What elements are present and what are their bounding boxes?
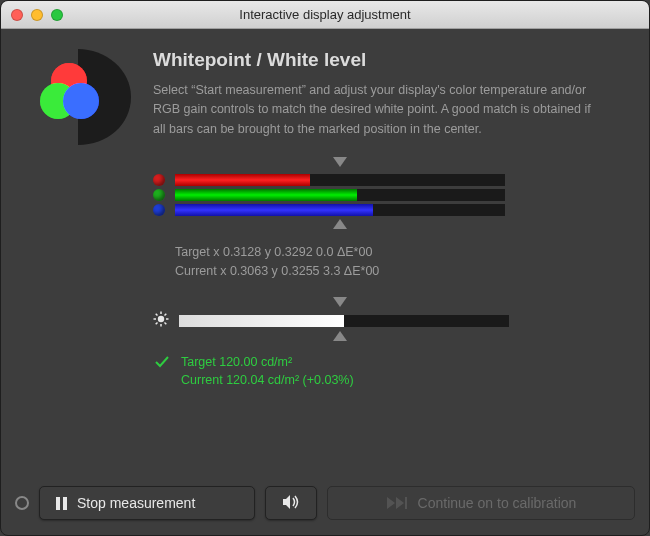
page-title: Whitepoint / White level (153, 49, 625, 71)
color-metrics: Target x 0.3128 y 0.3292 0.0 ΔE*00 Curre… (175, 243, 523, 281)
continue-button-label: Continue on to calibration (418, 495, 577, 511)
main-panel: Whitepoint / White level Select “Start m… (153, 49, 625, 479)
target-color-line: Target x 0.3128 y 0.3292 0.0 ΔE*00 (175, 243, 523, 262)
red-bar-row (153, 174, 523, 186)
green-bar (175, 189, 505, 201)
status-indicator-icon (15, 496, 29, 510)
brightness-marker-bottom (153, 331, 523, 345)
stop-button-label: Stop measurement (77, 495, 195, 511)
svg-point-7 (158, 315, 164, 321)
pause-icon (56, 497, 67, 510)
luminance-status: Target 120.00 cd/m² Current 120.04 cd/m²… (153, 353, 523, 391)
svg-point-6 (63, 83, 99, 119)
svg-line-14 (156, 322, 158, 324)
window-controls (1, 9, 63, 21)
titlebar: Interactive display adjustment (1, 1, 649, 29)
svg-rect-16 (405, 497, 407, 509)
blue-bar (175, 204, 505, 216)
description-text: Select “Start measurement” and adjust yo… (153, 81, 593, 139)
center-marker-top (153, 157, 523, 171)
sound-button[interactable] (265, 486, 317, 520)
svg-line-12 (156, 313, 158, 315)
maximize-window-button[interactable] (51, 9, 63, 21)
green-bar-row (153, 189, 523, 201)
rgb-logo-icon (25, 49, 135, 479)
center-marker-bottom (153, 219, 523, 233)
close-window-button[interactable] (11, 9, 23, 21)
blue-bar-row (153, 204, 523, 216)
target-luminance-line: Target 120.00 cd/m² (181, 353, 354, 372)
svg-line-15 (165, 313, 167, 315)
footer-bar: Stop measurement Continue on to calibrat… (1, 479, 649, 527)
content-area: Whitepoint / White level Select “Start m… (1, 29, 649, 479)
svg-line-13 (165, 322, 167, 324)
red-dot-icon (153, 174, 165, 186)
brightness-bar-row (153, 311, 523, 331)
brightness-icon (153, 311, 169, 331)
current-color-line: Current x 0.3063 y 0.3255 3.3 ΔE*00 (175, 262, 523, 281)
window-title: Interactive display adjustment (1, 7, 649, 22)
green-dot-icon (153, 189, 165, 201)
check-icon (153, 353, 171, 375)
brightness-bar (179, 315, 509, 327)
stop-measurement-button[interactable]: Stop measurement (39, 486, 255, 520)
red-bar (175, 174, 505, 186)
continue-calibration-button[interactable]: Continue on to calibration (327, 486, 635, 520)
blue-dot-icon (153, 204, 165, 216)
minimize-window-button[interactable] (31, 9, 43, 21)
rgb-bars-group: Target x 0.3128 y 0.3292 0.0 ΔE*00 Curre… (153, 157, 523, 390)
brightness-marker-top (153, 297, 523, 311)
sound-icon (281, 494, 301, 513)
current-luminance-line: Current 120.04 cd/m² (+0.03%) (181, 371, 354, 390)
forward-icon (386, 496, 408, 510)
